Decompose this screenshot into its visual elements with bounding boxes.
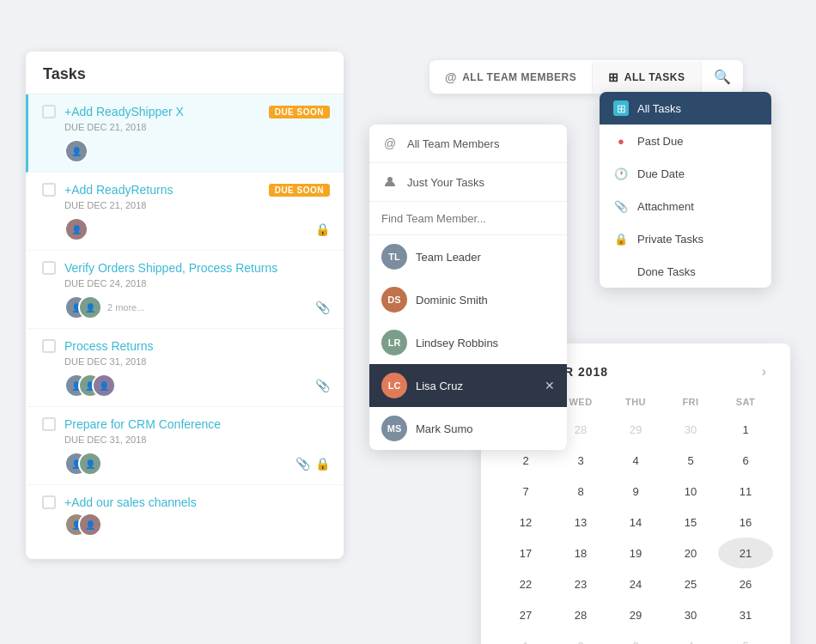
lisa-name: Lisa Cruz bbox=[416, 380, 463, 392]
filter-past-due[interactable]: ● Past Due bbox=[600, 125, 771, 157]
cal-day-header-fri: FRI bbox=[663, 397, 718, 414]
clock-icon: 🕐 bbox=[613, 166, 629, 181]
cal-day[interactable]: 25 bbox=[663, 568, 718, 599]
cal-day[interactable]: 2 bbox=[553, 630, 608, 644]
cal-day[interactable]: 15 bbox=[663, 507, 718, 538]
cal-day[interactable]: 27 bbox=[498, 599, 553, 630]
at-icon: @ bbox=[381, 135, 399, 152]
task-item-5[interactable]: Prepare for CRM Conference DUE DEC 31, 2… bbox=[26, 407, 344, 485]
avatar: 👤 bbox=[92, 374, 116, 398]
cal-day[interactable]: 30 bbox=[663, 414, 718, 445]
cal-day[interactable]: 29 bbox=[608, 599, 663, 630]
task-title-5[interactable]: Prepare for CRM Conference bbox=[64, 417, 221, 431]
cal-day[interactable]: 28 bbox=[553, 599, 608, 630]
cal-day[interactable]: 1 bbox=[718, 414, 773, 445]
task-checkbox-3[interactable] bbox=[42, 261, 56, 275]
cal-day[interactable]: 14 bbox=[608, 507, 663, 538]
cal-day[interactable]: 5 bbox=[663, 445, 718, 476]
filter-private[interactable]: 🔒 Private Tasks bbox=[600, 222, 771, 255]
task-title-3[interactable]: Verify Orders Shipped, Process Returns bbox=[64, 261, 277, 275]
cal-day[interactable]: 1 bbox=[498, 630, 553, 644]
cal-day[interactable]: 12 bbox=[498, 507, 553, 538]
due-soon-badge-1: DUE SOON bbox=[269, 106, 330, 118]
cal-day-header-thu: THU bbox=[608, 397, 663, 414]
dropdown-item-lindsey[interactable]: LR Lindsey Robbins bbox=[369, 321, 567, 364]
cal-day[interactable]: 7 bbox=[498, 476, 553, 507]
task-due-3: DUE DEC 24, 2018 bbox=[64, 278, 330, 289]
cal-week-4: 12 13 14 15 16 bbox=[498, 507, 773, 538]
attachment-icon: 📎 bbox=[315, 301, 330, 314]
task-checkbox-4[interactable] bbox=[42, 339, 56, 353]
calendar-next-button[interactable]: › bbox=[755, 361, 773, 383]
cal-day[interactable]: 4 bbox=[663, 630, 718, 644]
task-title-6[interactable]: +Add our sales channels bbox=[64, 495, 197, 509]
cal-day[interactable]: 13 bbox=[553, 507, 608, 538]
dropdown-item-dominic[interactable]: DS Dominic Smith bbox=[369, 278, 567, 321]
task-title-1[interactable]: +Add ReadyShipper X bbox=[64, 105, 184, 118]
dropdown-item-lisa[interactable]: LC Lisa Cruz ✕ bbox=[369, 364, 567, 407]
dropdown-item-mark[interactable]: MS Mark Sumo bbox=[369, 407, 567, 450]
deselect-lisa-button[interactable]: ✕ bbox=[545, 379, 555, 392]
cal-day[interactable]: 11 bbox=[718, 476, 773, 507]
task-item-6[interactable]: +Add our sales channels 👤 👤 bbox=[26, 485, 344, 545]
lindsey-avatar: LR bbox=[381, 330, 407, 355]
cal-day[interactable]: 6 bbox=[718, 445, 773, 476]
filter-done[interactable]: Done Tasks bbox=[600, 255, 771, 288]
filter-all-tasks[interactable]: ⊞ All Tasks bbox=[600, 92, 771, 125]
task-checkbox-5[interactable] bbox=[42, 417, 56, 431]
cal-day-selected[interactable]: 21 bbox=[718, 538, 773, 568]
cal-day[interactable]: 4 bbox=[608, 445, 663, 476]
cal-day[interactable]: 24 bbox=[608, 568, 663, 599]
top-bar: @ ALL TEAM MEMBERS ⊞ ALL TASKS 🔍 bbox=[429, 60, 743, 94]
task-title-4[interactable]: Process Returns bbox=[64, 339, 153, 353]
avatar: 👤 bbox=[64, 217, 88, 241]
task-item-1[interactable]: +Add ReadyShipper X DUE SOON DUE DEC 21,… bbox=[26, 94, 344, 173]
cal-day[interactable]: 9 bbox=[608, 476, 663, 507]
cal-day[interactable]: 19 bbox=[608, 538, 663, 568]
task-item-3[interactable]: Verify Orders Shipped, Process Returns D… bbox=[26, 251, 344, 329]
avatar: 👤 bbox=[78, 295, 102, 319]
filter-due-date[interactable]: 🕐 Due Date bbox=[600, 157, 771, 190]
search-button[interactable]: 🔍 bbox=[702, 60, 743, 94]
cal-week-7: 27 28 29 30 31 bbox=[498, 599, 773, 630]
mark-name: Mark Sumo bbox=[416, 422, 472, 435]
filter-attachment[interactable]: 📎 Attachment bbox=[600, 190, 771, 222]
dropdown-item-just-yours[interactable]: Just Your Tasks bbox=[369, 163, 567, 202]
team-members-dropdown: @ All Team Members Just Your Tasks TL Te… bbox=[369, 125, 567, 450]
all-team-members-button[interactable]: @ ALL TEAM MEMBERS bbox=[429, 62, 593, 93]
cal-day[interactable]: 18 bbox=[553, 538, 608, 568]
lock-icon: 🔒 bbox=[613, 231, 629, 246]
dominic-avatar: DS bbox=[381, 287, 407, 313]
all-tasks-button[interactable]: ⊞ ALL TASKS bbox=[593, 62, 701, 93]
lock-icon: 🔒 bbox=[315, 457, 330, 471]
dropdown-item-team-leader[interactable]: TL Team Leader bbox=[369, 235, 567, 278]
task-item-2[interactable]: +Add ReadyReturns DUE SOON DUE DEC 21, 2… bbox=[26, 173, 344, 251]
cal-day[interactable]: 20 bbox=[663, 538, 718, 568]
cal-day[interactable]: 29 bbox=[608, 414, 663, 445]
cal-day[interactable]: 22 bbox=[498, 568, 553, 599]
task-due-2: DUE DEC 21, 2018 bbox=[64, 200, 330, 210]
cal-day[interactable]: 10 bbox=[663, 476, 718, 507]
cal-day[interactable]: 17 bbox=[498, 538, 553, 568]
cal-day[interactable]: 30 bbox=[663, 599, 718, 630]
task-checkbox-1[interactable] bbox=[42, 105, 56, 118]
filter-past-due-label: Past Due bbox=[637, 135, 683, 148]
cal-day[interactable]: 26 bbox=[718, 568, 773, 599]
paperclip-icon: 📎 bbox=[613, 198, 629, 214]
team-search[interactable] bbox=[369, 202, 567, 235]
task-checkbox-6[interactable] bbox=[42, 495, 56, 509]
cal-day[interactable]: 23 bbox=[553, 568, 608, 599]
cal-day[interactable]: 31 bbox=[718, 599, 773, 630]
due-soon-badge-2: DUE SOON bbox=[269, 184, 330, 197]
tasks-panel-title: Tasks bbox=[26, 52, 344, 94]
cal-day[interactable]: 8 bbox=[553, 476, 608, 507]
task-due-1: DUE DEC 21, 2018 bbox=[64, 122, 330, 132]
cal-day[interactable]: 5 bbox=[718, 630, 773, 644]
task-title-2[interactable]: +Add ReadyReturns bbox=[64, 183, 173, 197]
dropdown-item-all-team[interactable]: @ All Team Members bbox=[369, 125, 567, 163]
cal-day[interactable]: 16 bbox=[718, 507, 773, 538]
task-item-4[interactable]: Process Returns DUE DEC 31, 2018 👤 👤 👤 📎 bbox=[26, 329, 344, 407]
team-search-input[interactable] bbox=[381, 212, 555, 225]
cal-day[interactable]: 3 bbox=[608, 630, 663, 644]
task-checkbox-2[interactable] bbox=[42, 183, 56, 197]
